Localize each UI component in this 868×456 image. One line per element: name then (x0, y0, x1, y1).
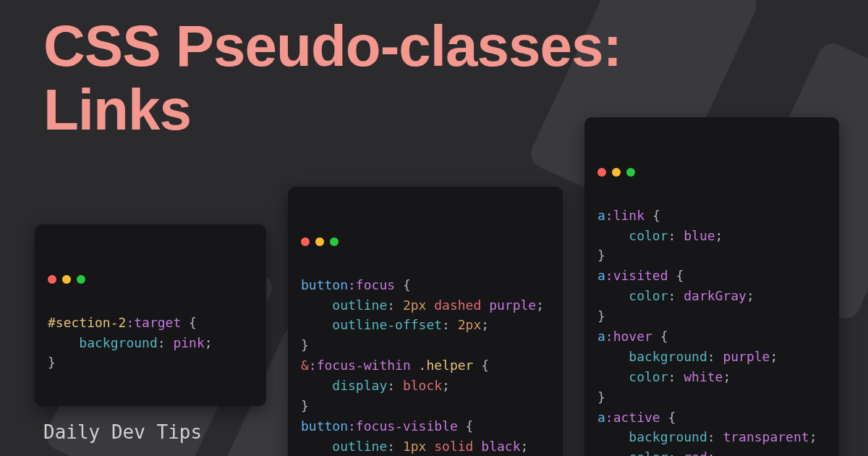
css-property: color (629, 449, 668, 456)
selector-tag: a (597, 208, 605, 223)
pseudo-class: :link (605, 208, 644, 223)
css-value: blue (684, 228, 715, 243)
css-value: white (684, 369, 723, 384)
css-value: block (403, 378, 442, 393)
code-card-focus: button:focus { outline: 2px dashed purpl… (288, 187, 563, 456)
css-value: purple (723, 349, 770, 364)
css-value: black (481, 439, 520, 454)
footer-brand: Daily Dev Tips (43, 421, 202, 443)
title-line-2: Links (43, 77, 191, 142)
css-value: purple (489, 297, 536, 313)
minimize-icon (612, 168, 621, 177)
maximize-icon (330, 237, 339, 246)
selector-tag: a (597, 410, 605, 425)
selector-tag: a (597, 268, 605, 283)
pseudo-class: :focus-visible (348, 418, 458, 434)
code-card-target: #section-2:target { background: pink; } (35, 224, 266, 406)
code-block: #section-2:target { background: pink; } (48, 313, 253, 373)
pseudo-class: :active (605, 410, 660, 425)
selector-tag: a (597, 329, 605, 344)
minimize-icon (315, 237, 324, 246)
maximize-icon (626, 168, 635, 177)
window-controls (48, 275, 253, 284)
css-value: 2px (403, 297, 427, 313)
css-value: darkGray (684, 288, 746, 303)
css-value: solid (434, 439, 473, 454)
code-card-links: a:link { color: blue; } a:visited { colo… (584, 117, 839, 456)
css-value: pink (173, 335, 204, 350)
css-property: background (629, 349, 707, 364)
pseudo-class: :target (126, 315, 181, 330)
css-property: color (629, 369, 668, 384)
close-icon (301, 237, 310, 246)
css-value: transparent (723, 429, 809, 444)
css-property: display (332, 378, 387, 393)
css-property: color (629, 228, 668, 243)
pseudo-class: :focus-within (309, 358, 411, 373)
minimize-icon (62, 275, 71, 284)
title-line-1: CSS Pseudo-classes: (43, 14, 621, 78)
nesting-operator: & (301, 358, 309, 373)
window-controls (597, 168, 826, 177)
css-property: color (629, 288, 668, 303)
css-value: red (684, 449, 707, 456)
selector-class: .helper (419, 358, 474, 373)
close-icon (597, 168, 606, 177)
css-property: outline (332, 439, 387, 454)
css-property: background (629, 429, 707, 444)
css-value: 2px (458, 317, 482, 332)
window-controls (301, 237, 550, 246)
css-value: 1px (403, 439, 427, 454)
close-icon (48, 275, 56, 284)
maximize-icon (77, 275, 85, 284)
selector-tag: button (301, 277, 348, 292)
pseudo-class: :focus (348, 277, 395, 292)
pseudo-class: :visited (605, 268, 668, 283)
css-property: background (79, 335, 157, 350)
css-value: dashed (434, 297, 481, 313)
page-title: CSS Pseudo-classes: Links (43, 14, 621, 142)
selector-tag: button (301, 418, 348, 434)
code-block: button:focus { outline: 2px dashed purpl… (301, 275, 550, 456)
pseudo-class: :hover (605, 329, 652, 344)
css-property: outline-offset (332, 317, 442, 332)
css-property: outline (332, 297, 387, 313)
code-block: a:link { color: blue; } a:visited { colo… (597, 206, 826, 456)
selector-id: #section-2 (48, 315, 126, 330)
